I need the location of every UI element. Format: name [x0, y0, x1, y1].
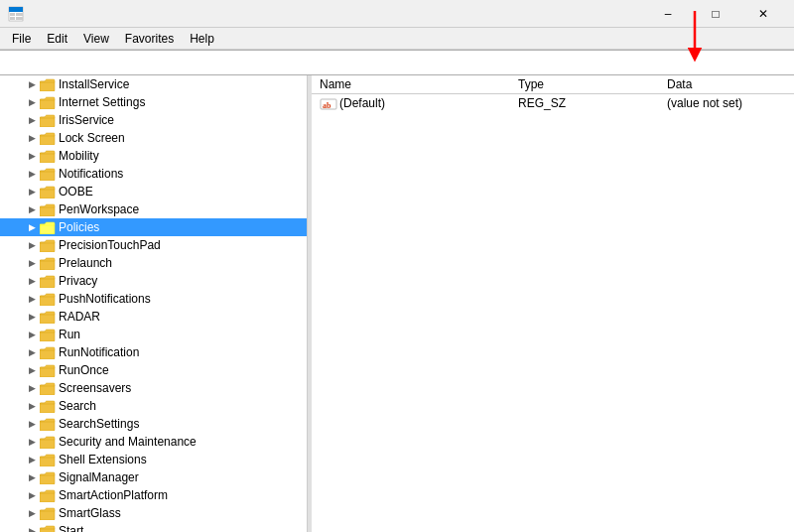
tree-item-screensavers[interactable]: Screensavers	[0, 379, 307, 397]
expand-arrow-shellextensions[interactable]	[24, 452, 40, 467]
expand-arrow-mobility[interactable]	[24, 148, 40, 164]
col-data[interactable]: Data	[659, 75, 794, 94]
expand-arrow-searchsettings[interactable]	[24, 416, 40, 432]
expand-arrow-smartglass[interactable]	[24, 505, 40, 521]
expand-arrow-irisservice[interactable]	[24, 112, 40, 128]
tree-item-privacy[interactable]: Privacy	[0, 272, 307, 290]
tree-item-runonce[interactable]: RunOnce	[0, 361, 307, 379]
svg-rect-31	[40, 278, 55, 288]
tree-item-start[interactable]: Start	[0, 522, 307, 532]
expand-arrow-radar[interactable]	[24, 309, 40, 325]
folder-icon-policies	[40, 220, 56, 234]
tree-item-signalmanager[interactable]: SignalManager	[0, 468, 307, 486]
col-name[interactable]: Name	[312, 75, 510, 94]
tree-label-penworkspace: PenWorkspace	[59, 202, 139, 216]
tree-item-pushnotifications[interactable]: PushNotifications	[0, 290, 307, 308]
folder-icon-runnotification	[40, 345, 56, 359]
tree-item-runnotification[interactable]: RunNotification	[0, 343, 307, 361]
window-controls: – □ ✕	[645, 0, 786, 28]
expand-arrow-notifications[interactable]	[24, 166, 40, 182]
expand-arrow-search[interactable]	[24, 398, 40, 414]
tree-item-precisiontouchpad[interactable]: PrecisionTouchPad	[0, 236, 307, 254]
svg-rect-21	[40, 189, 55, 199]
close-button[interactable]: ✕	[740, 0, 786, 28]
svg-rect-49	[40, 439, 55, 449]
menu-item-help[interactable]: Help	[182, 30, 222, 48]
ab-icon: ab	[320, 96, 339, 110]
svg-rect-1	[9, 7, 23, 12]
expand-arrow-securityandmaintenance[interactable]	[24, 434, 40, 450]
folder-icon-pushnotifications	[40, 292, 56, 306]
tree-item-irisservice[interactable]: IrisService	[0, 111, 307, 129]
expand-arrow-lockscreen[interactable]	[24, 130, 40, 146]
svg-rect-39	[40, 349, 55, 359]
minimize-button[interactable]: –	[645, 0, 691, 28]
tree-item-radar[interactable]: RADAR	[0, 308, 307, 326]
maximize-button[interactable]: □	[693, 0, 738, 28]
svg-rect-25	[40, 224, 55, 234]
tree-item-search[interactable]: Search	[0, 397, 307, 415]
svg-rect-53	[40, 474, 55, 484]
folder-icon-lockscreen	[40, 131, 56, 145]
expand-arrow-privacy[interactable]	[24, 273, 40, 289]
tree-label-prelaunch: Prelaunch	[59, 256, 112, 270]
tree-item-lockscreen[interactable]: Lock Screen	[0, 129, 307, 147]
tree-item-smartactionplatform[interactable]: SmartActionPlatform	[0, 486, 307, 504]
folder-icon-penworkspace	[40, 202, 56, 216]
tree-label-screensavers: Screensavers	[59, 381, 131, 395]
tree-item-policies[interactable]: Policies	[0, 218, 307, 236]
expand-arrow-screensavers[interactable]	[24, 380, 40, 396]
main-content: InstallService Internet Settings IrisSer…	[0, 75, 794, 532]
expand-arrow-smartactionplatform[interactable]	[24, 487, 40, 503]
tree-label-run: Run	[59, 328, 80, 341]
tree-item-installservice[interactable]: InstallService	[0, 75, 307, 93]
svg-rect-2	[10, 13, 15, 16]
menu-item-view[interactable]: View	[75, 30, 117, 48]
tree-item-penworkspace[interactable]: PenWorkspace	[0, 200, 307, 218]
expand-arrow-internetsettings[interactable]	[24, 94, 40, 110]
menu-item-edit[interactable]: Edit	[39, 30, 75, 48]
tree-item-notifications[interactable]: Notifications	[0, 165, 307, 183]
svg-rect-27	[40, 242, 55, 252]
expand-arrow-oobe[interactable]	[24, 184, 40, 200]
tree-item-internetsettings[interactable]: Internet Settings	[0, 93, 307, 111]
tree-label-privacy: Privacy	[59, 274, 97, 288]
tree-item-run[interactable]: Run	[0, 326, 307, 343]
expand-arrow-policies[interactable]	[24, 219, 40, 235]
tree-item-shellextensions[interactable]: Shell Extensions	[0, 451, 307, 468]
expand-arrow-start[interactable]	[24, 523, 40, 532]
tree-item-prelaunch[interactable]: Prelaunch	[0, 254, 307, 272]
expand-arrow-prelaunch[interactable]	[24, 255, 40, 271]
tree-item-securityandmaintenance[interactable]: Security and Maintenance	[0, 433, 307, 451]
expand-arrow-runonce[interactable]	[24, 362, 40, 378]
menu-item-favorites[interactable]: Favorites	[117, 30, 182, 48]
expand-arrow-signalmanager[interactable]	[24, 469, 40, 485]
folder-icon-radar	[40, 310, 56, 324]
tree-panel[interactable]: InstallService Internet Settings IrisSer…	[0, 75, 308, 532]
tree-label-pushnotifications: PushNotifications	[59, 292, 151, 306]
folder-icon-smartglass	[40, 506, 56, 520]
svg-rect-45	[40, 403, 55, 413]
svg-rect-43	[40, 385, 55, 395]
svg-rect-9	[40, 81, 55, 91]
expand-arrow-precisiontouchpad[interactable]	[24, 237, 40, 253]
expand-arrow-run[interactable]	[24, 327, 40, 342]
col-type[interactable]: Type	[510, 75, 659, 94]
tree-item-searchsettings[interactable]: SearchSettings	[0, 415, 307, 433]
folder-icon-mobility	[40, 149, 56, 163]
svg-rect-11	[40, 99, 55, 109]
tree-item-oobe[interactable]: OOBE	[0, 183, 307, 200]
expand-arrow-pushnotifications[interactable]	[24, 291, 40, 307]
svg-rect-57	[40, 510, 55, 520]
expand-arrow-installservice[interactable]	[24, 76, 40, 92]
tree-item-mobility[interactable]: Mobility	[0, 147, 307, 165]
folder-icon-smartactionplatform	[40, 488, 56, 502]
svg-rect-3	[16, 13, 23, 16]
tree-item-smartglass[interactable]: SmartGlass	[0, 504, 307, 522]
menu-item-file[interactable]: File	[4, 30, 39, 48]
tree-label-irisservice: IrisService	[59, 113, 114, 127]
tree-label-radar: RADAR	[59, 310, 100, 324]
expand-arrow-runnotification[interactable]	[24, 344, 40, 360]
expand-arrow-penworkspace[interactable]	[24, 201, 40, 217]
table-row[interactable]: ab (Default)REG_SZ(value not set)	[312, 94, 794, 113]
